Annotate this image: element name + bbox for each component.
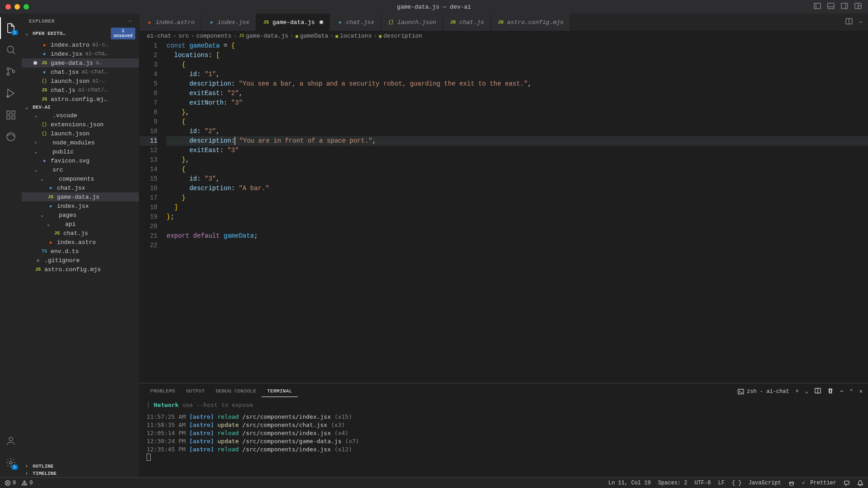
timeline-header[interactable]: › TIMELINE: [22, 470, 139, 477]
code-line[interactable]: [167, 222, 868, 231]
code-line[interactable]: [167, 241, 868, 250]
maximize-panel-icon[interactable]: ⌃: [850, 388, 853, 395]
code-line[interactable]: id: "2",: [167, 127, 868, 136]
editor-tab[interactable]: JS astro.config.mjs: [491, 14, 571, 31]
status-notifications-icon[interactable]: [857, 480, 863, 486]
editor-tab[interactable]: {} launch.json: [381, 14, 443, 31]
breadcrumb-item[interactable]: ▣ description: [379, 33, 422, 39]
breadcrumb-item[interactable]: ▣ locations: [335, 33, 372, 39]
tree-item[interactable]: ⌄ pages: [22, 211, 139, 220]
kill-terminal-icon[interactable]: [827, 388, 834, 396]
open-editor-item[interactable]: ◆ chat.jsx ai-chat…: [22, 67, 139, 77]
breadcrumb-item[interactable]: JS game-data.js: [238, 33, 288, 39]
close-panel-icon[interactable]: ✕: [859, 388, 863, 395]
tree-item[interactable]: TS env.d.ts: [22, 247, 139, 256]
status-feedback-icon[interactable]: [844, 480, 850, 486]
toggle-primary-sidebar-icon[interactable]: [814, 2, 821, 11]
terminal-dropdown-icon[interactable]: ⌄: [805, 388, 808, 395]
tree-item[interactable]: ⌄ api: [22, 220, 139, 229]
tree-item[interactable]: ⌄ .vscode: [22, 111, 139, 120]
tree-item[interactable]: ◆ chat.jsx: [22, 183, 139, 192]
code-line[interactable]: {: [167, 60, 868, 70]
search-activity[interactable]: [0, 39, 22, 61]
minimize-window-button[interactable]: [14, 4, 20, 10]
code-line[interactable]: description: "You are in front of a spac…: [167, 136, 868, 146]
open-editor-item[interactable]: {} launch.json ai-…: [22, 77, 139, 86]
open-editors-header[interactable]: ⌄ OPEN EDITO… 1 unsaved: [22, 27, 139, 40]
code-line[interactable]: {: [167, 117, 868, 127]
tree-item[interactable]: JS chat.js: [22, 229, 139, 238]
run-debug-activity[interactable]: [0, 82, 22, 104]
panel-tab[interactable]: TERMINAL: [262, 386, 297, 397]
editor-tab[interactable]: ▲ index.astro: [139, 14, 201, 31]
status-language[interactable]: { } JavaScript: [732, 480, 781, 486]
outline-header[interactable]: › OUTLINE: [22, 463, 139, 470]
tree-item[interactable]: ⌄ public: [22, 147, 139, 156]
panel-tab[interactable]: OUTPUT: [181, 386, 210, 397]
code-line[interactable]: id: "1",: [167, 70, 868, 79]
editor-tab[interactable]: JS chat.js: [443, 14, 491, 31]
breadcrumbs[interactable]: ai-chat›src›components›JS game-data.js›▣…: [139, 31, 868, 41]
editor-tab[interactable]: ◆ index.jsx: [201, 14, 256, 31]
code-editor[interactable]: 12345678910111213141516171819202122 cons…: [139, 41, 868, 383]
breadcrumb-item[interactable]: ▣ gameData: [296, 33, 328, 39]
panel-tab[interactable]: PROBLEMS: [145, 386, 181, 397]
extensions-activity[interactable]: [0, 104, 22, 126]
tree-item[interactable]: ▲ index.astro: [22, 238, 139, 247]
close-window-button[interactable]: [5, 4, 11, 10]
code-line[interactable]: description: "A bar.": [167, 184, 868, 193]
editor-more-icon[interactable]: ⋯: [859, 19, 863, 26]
customize-layout-icon[interactable]: [854, 2, 862, 11]
split-editor-icon[interactable]: [845, 18, 853, 27]
tree-item[interactable]: {} extensions.json: [22, 120, 139, 129]
status-prettier[interactable]: ✓ Prettier: [802, 479, 836, 486]
code-line[interactable]: exitEast: "2",: [167, 89, 868, 98]
accounts-activity[interactable]: [0, 430, 22, 452]
source-control-activity[interactable]: [0, 61, 22, 82]
status-warnings[interactable]: 0: [21, 480, 33, 486]
code-line[interactable]: const gameData = {: [167, 41, 868, 51]
status-copilot-icon[interactable]: [788, 480, 795, 486]
open-editor-item[interactable]: JS game-data.js a…: [22, 58, 139, 67]
status-cursor-position[interactable]: Ln 11, Col 19: [608, 480, 651, 486]
maximize-window-button[interactable]: [24, 4, 29, 10]
code-line[interactable]: ]: [167, 203, 868, 212]
toggle-secondary-sidebar-icon[interactable]: [841, 2, 848, 11]
tree-item[interactable]: ⌄ src: [22, 165, 139, 174]
explorer-more-icon[interactable]: ⋯: [129, 18, 132, 24]
open-editor-item[interactable]: JS astro.config.mj…: [22, 95, 139, 104]
open-editor-item[interactable]: ◆ index.jsx ai-cha…: [22, 49, 139, 58]
code-line[interactable]: export default gameData;: [167, 231, 868, 241]
code-line[interactable]: exitNorth: "3": [167, 98, 868, 108]
explorer-activity[interactable]: 1: [0, 17, 22, 39]
breadcrumb-item[interactable]: components: [196, 33, 232, 39]
tree-item[interactable]: JS astro.config.mjs: [22, 265, 139, 274]
code-line[interactable]: },: [167, 108, 868, 117]
panel-tab[interactable]: DEBUG CONSOLE: [210, 386, 262, 397]
editor-tab[interactable]: ◆ chat.jsx: [330, 14, 381, 31]
split-terminal-icon[interactable]: [815, 388, 821, 396]
code-line[interactable]: locations: [: [167, 51, 868, 60]
breadcrumb-item[interactable]: src: [178, 33, 189, 39]
toggle-panel-icon[interactable]: [827, 2, 835, 11]
edge-activity[interactable]: [0, 126, 22, 148]
new-terminal-icon[interactable]: +: [796, 388, 799, 395]
status-eol[interactable]: LF: [718, 480, 725, 486]
open-editor-item[interactable]: JS chat.js ai-chat/…: [22, 86, 139, 95]
tree-item[interactable]: ⌄ components: [22, 174, 139, 183]
terminal-shell-indicator[interactable]: zsh - ai-chat: [738, 388, 789, 395]
tree-item[interactable]: JS game-data.js: [22, 192, 139, 201]
status-errors[interactable]: 0: [5, 480, 16, 486]
settings-activity[interactable]: 1: [0, 452, 22, 474]
breadcrumb-item[interactable]: ai-chat: [147, 33, 172, 39]
code-line[interactable]: id: "3",: [167, 174, 868, 184]
status-indent[interactable]: Spaces: 2: [658, 480, 687, 486]
code-line[interactable]: },: [167, 155, 868, 165]
tree-item[interactable]: › node_modules: [22, 138, 139, 147]
status-encoding[interactable]: UTF-8: [695, 480, 711, 486]
panel-more-icon[interactable]: ⋯: [840, 388, 843, 395]
code-line[interactable]: {: [167, 165, 868, 174]
code-line[interactable]: description: "You see a bar, a shop and …: [167, 79, 868, 89]
tree-item[interactable]: ◇ .gitignore: [22, 256, 139, 265]
editor-tab[interactable]: JS game-data.js: [256, 14, 330, 31]
